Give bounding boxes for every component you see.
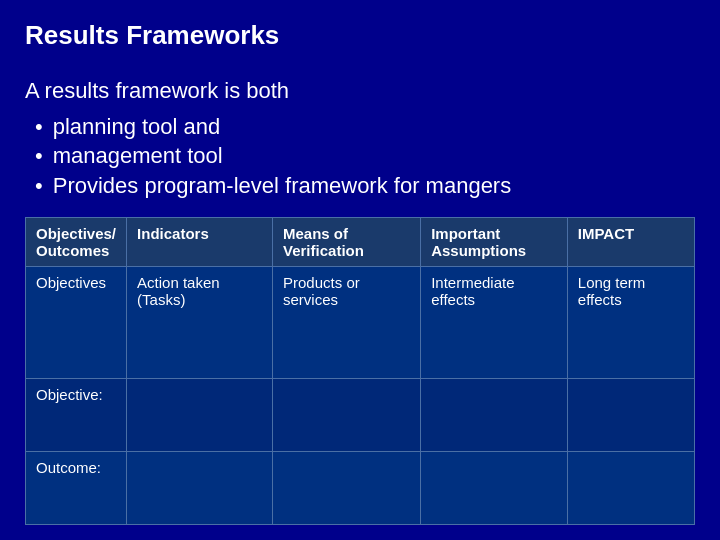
col-header-impact: IMPACT [567, 217, 694, 266]
page-container: Results Frameworks A results framework i… [0, 0, 720, 540]
cell-products: Products or services [273, 266, 421, 378]
table-row: Objectives Action taken (Tasks) Products… [26, 266, 695, 378]
cell-objective-label: Objective: [26, 378, 127, 451]
table-row: Objective: [26, 378, 695, 451]
col-header-assumptions: ImportantAssumptions [421, 217, 568, 266]
cell-action-taken: Action taken (Tasks) [127, 266, 273, 378]
cell-empty-8 [567, 451, 694, 524]
table-header-row: Objectives/Outcomes Indicators Means ofV… [26, 217, 695, 266]
bullet-list: planning tool and management tool Provid… [35, 112, 695, 201]
bullet-item-1: planning tool and [35, 112, 695, 142]
intro-line: A results framework is both [25, 77, 695, 106]
page-title: Results Frameworks [25, 20, 695, 59]
col-header-indicators: Indicators [127, 217, 273, 266]
cell-empty-4 [567, 378, 694, 451]
bullet-item-3: Provides program-level framework for man… [35, 171, 695, 201]
col-header-objectives: Objectives/Outcomes [26, 217, 127, 266]
bullet-item-2: management tool [35, 141, 695, 171]
cell-empty-6 [273, 451, 421, 524]
cell-empty-7 [421, 451, 568, 524]
col-header-verification: Means ofVerification [273, 217, 421, 266]
cell-empty-1 [127, 378, 273, 451]
cell-empty-5 [127, 451, 273, 524]
framework-table: Objectives/Outcomes Indicators Means ofV… [25, 217, 695, 525]
cell-outcome-label: Outcome: [26, 451, 127, 524]
cell-empty-2 [273, 378, 421, 451]
cell-intermediate: Intermediate effects [421, 266, 568, 378]
cell-objectives: Objectives [26, 266, 127, 378]
table-row: Outcome: [26, 451, 695, 524]
cell-empty-3 [421, 378, 568, 451]
cell-longterm: Long term effects [567, 266, 694, 378]
